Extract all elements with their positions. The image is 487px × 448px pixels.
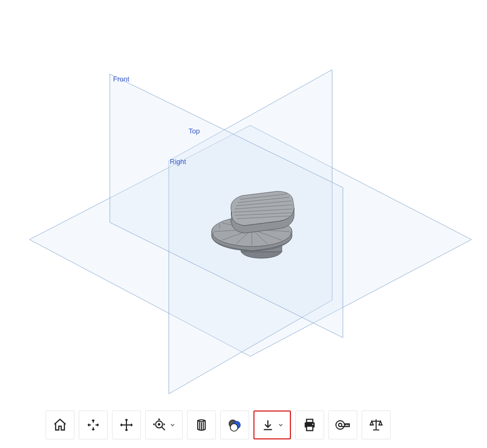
print-icon xyxy=(302,417,317,432)
move-button[interactable] xyxy=(112,410,141,439)
fit-icon xyxy=(86,418,100,432)
section-icon xyxy=(194,417,209,432)
svg-point-43 xyxy=(336,421,344,429)
measure-icon xyxy=(335,419,351,431)
svg-rect-41 xyxy=(306,426,313,430)
chevron-down-icon xyxy=(170,422,175,428)
scene-svg xyxy=(0,0,487,448)
svg-point-35 xyxy=(159,424,160,425)
zoom-icon xyxy=(153,418,167,432)
zoom-button[interactable] xyxy=(145,410,183,439)
viewport-3d[interactable]: Front Top Right xyxy=(0,0,487,448)
chevron-down-icon xyxy=(278,422,283,428)
svg-rect-39 xyxy=(306,420,313,423)
move-icon xyxy=(119,418,133,432)
mass-properties-button[interactable] xyxy=(362,410,391,439)
section-view-button[interactable] xyxy=(187,410,216,439)
appearance-button[interactable] xyxy=(220,410,249,439)
home-icon xyxy=(53,417,68,432)
download-button[interactable] xyxy=(253,410,291,439)
home-view-button[interactable] xyxy=(46,410,74,439)
measure-button[interactable] xyxy=(328,410,357,439)
svg-point-38 xyxy=(230,424,238,431)
svg-point-44 xyxy=(339,423,342,427)
svg-point-42 xyxy=(312,424,313,425)
view-toolbar xyxy=(46,410,463,440)
download-icon xyxy=(261,418,275,432)
appearance-icon xyxy=(227,417,242,432)
balance-icon xyxy=(369,417,384,432)
fit-view-button[interactable] xyxy=(79,410,108,439)
print-button[interactable] xyxy=(295,410,324,439)
